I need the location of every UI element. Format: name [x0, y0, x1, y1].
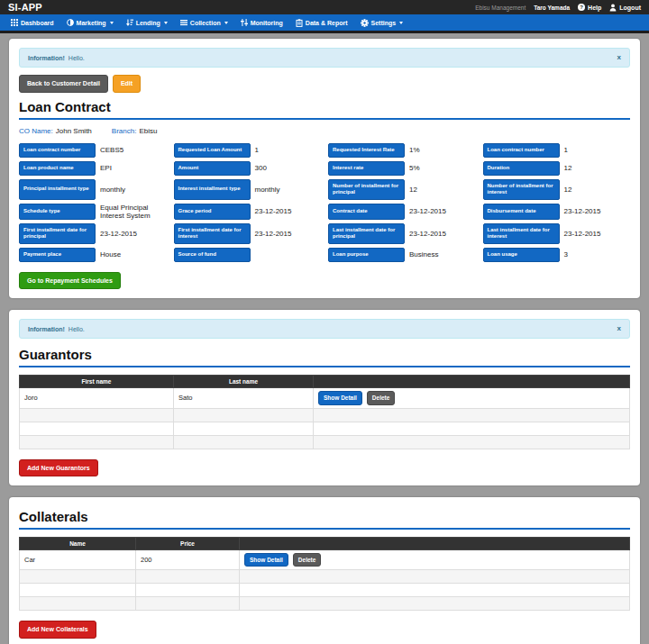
column-last-name: Last name [174, 376, 314, 388]
field-first-installment-date-interest: First installment date for interest23-12… [174, 223, 322, 244]
back-to-customer-detail-button[interactable]: Back to Customer Detail [19, 75, 108, 93]
field-value: monthly [251, 186, 322, 194]
field-label: Loan contract number [483, 143, 560, 158]
section-divider [19, 366, 630, 367]
field-value: 1% [405, 146, 476, 154]
edit-button[interactable]: Edit [113, 75, 141, 93]
collaterals-title: Collaterals [19, 509, 630, 524]
field-number-installment-principal: Number of installment for principal12 [328, 179, 476, 200]
co-name-label: CO Name: [19, 127, 53, 135]
nav-monitoring-label: Monitoring [251, 20, 283, 26]
field-label: Last installment date for principal [328, 223, 405, 244]
guarantors-title: Guarantors [19, 347, 630, 362]
column-first-name: First name [20, 376, 174, 388]
empty-table-row [20, 570, 630, 584]
field-value: 23-12-2015 [560, 207, 631, 215]
field-interest-rate: Interest rate5% [328, 161, 476, 176]
field-label: Last installment date for interest [483, 223, 560, 244]
nav-lending[interactable]: Lending [121, 16, 173, 29]
guarantor-first-name: Joro [20, 388, 174, 408]
field-value: 23-12-2015 [96, 230, 167, 238]
field-label: Schedule type [19, 204, 96, 220]
field-label: Amount [174, 161, 251, 176]
field-value: House [96, 250, 167, 259]
customer-summary: CO Name:John Smith Branch:Ebisu [19, 127, 630, 135]
field-label: Requested Interest Rate [328, 143, 405, 158]
top-bar: SI-APP Ebisu Management Taro Yamada ? He… [0, 0, 649, 14]
column-actions [314, 376, 630, 388]
nav-marketing[interactable]: Marketing [61, 16, 119, 29]
close-icon[interactable]: x [617, 325, 621, 332]
nav-dashboard[interactable]: Dashboard [5, 16, 59, 29]
alert-title: Information! [28, 55, 65, 61]
delete-button[interactable]: Delete [293, 553, 322, 567]
clipboard-icon [296, 19, 303, 27]
show-detail-button[interactable]: Show Detail [318, 391, 362, 404]
field-label: First installment date for interest [174, 223, 251, 244]
field-value: 23-12-2015 [560, 230, 631, 238]
organization-name: Ebisu Management [475, 5, 526, 11]
sliders-icon [241, 19, 248, 26]
field-last-installment-date-principal: Last installment date for principal23-12… [328, 223, 476, 244]
close-icon[interactable]: x [617, 54, 621, 61]
collateral-price: 200 [136, 550, 240, 570]
delete-button[interactable]: Delete [367, 391, 396, 404]
field-label: Loan product name [19, 161, 96, 176]
nav-settings[interactable]: Settings [355, 16, 409, 30]
field-value: EPI [96, 164, 167, 172]
help-icon: ? [578, 4, 585, 11]
help-button[interactable]: ? Help [578, 4, 601, 11]
user-icon [609, 4, 617, 12]
field-grace-period: Grace period23-12-2015 [174, 204, 322, 220]
field-principal-installment-type: Principal installment typemonthly [19, 179, 167, 200]
nav-data-report[interactable]: Data & Report [290, 16, 353, 30]
nav-collection[interactable]: Collection [175, 16, 233, 29]
nav-monitoring[interactable]: Monitoring [235, 16, 288, 29]
field-label: Principal installment type [19, 179, 96, 200]
field-value: 3 [560, 250, 631, 259]
field-loan-usage: Loan usage3 [483, 248, 631, 262]
page-content: Information! Hello. x Back to Customer D… [0, 33, 649, 644]
list-icon [180, 19, 187, 26]
chevron-down-icon [399, 22, 403, 24]
alert-message: Hello. [69, 326, 85, 332]
info-alert: Information! Hello. x [19, 319, 630, 339]
main-nav: Dashboard Marketing Lending Collection [0, 14, 649, 33]
guarantors-table: First name Last name Joro Sato Show Deta… [19, 375, 630, 449]
logout-button[interactable]: Logout [609, 4, 641, 12]
field-label: Interest installment type [174, 179, 251, 200]
sort-icon [126, 19, 133, 26]
field-label: First installment date for principal [19, 223, 96, 244]
section-divider [19, 118, 630, 120]
field-label: Source of fund [174, 248, 251, 262]
go-to-repayment-schedules-button[interactable]: Go to Repayment Schedules [19, 272, 121, 290]
nav-data-report-label: Data & Report [306, 20, 348, 26]
help-label: Help [588, 5, 601, 11]
empty-table-row [20, 422, 630, 435]
field-label: Interest rate [328, 161, 405, 176]
field-value: 5% [405, 164, 476, 172]
field-requested-interest-rate: Requested Interest Rate1% [328, 143, 476, 158]
show-detail-button[interactable]: Show Detail [244, 553, 288, 567]
chevron-down-icon [110, 22, 114, 24]
collaterals-panel: Collaterals Name Price Car 200 Show Deta… [9, 497, 640, 644]
field-label: Duration [483, 161, 560, 176]
gear-icon [361, 19, 369, 27]
field-value: 300 [251, 164, 322, 172]
action-buttons: Back to Customer Detail Edit [19, 75, 630, 93]
field-value: 23-12-2015 [251, 230, 322, 238]
field-amount: Amount300 [174, 161, 322, 176]
field-interest-installment-type: Interest installment typemonthly [174, 179, 322, 200]
add-new-collaterals-button[interactable]: Add New Collaterals [19, 621, 96, 639]
app-brand: SI-APP [8, 2, 42, 13]
field-value: 23-12-2015 [251, 207, 322, 215]
nav-dashboard-label: Dashboard [21, 20, 54, 26]
loan-contract-panel: Information! Hello. x Back to Customer D… [9, 39, 640, 298]
field-label: Number of installment for principal [328, 179, 405, 200]
collateral-name: Car [20, 550, 136, 570]
table-row: Joro Sato Show Detail Delete [20, 388, 630, 408]
nav-marketing-label: Marketing [77, 20, 106, 26]
section-divider [19, 528, 630, 530]
field-contract-date: Contract date23-12-2015 [328, 204, 476, 220]
add-new-guarantors-button[interactable]: Add New Guarantors [19, 459, 98, 477]
